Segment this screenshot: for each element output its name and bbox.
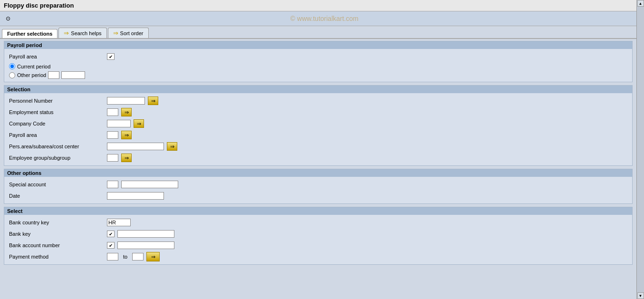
- tab-search-helps[interactable]: ⇒ Search helps: [58, 28, 106, 38]
- employment-status-row: Employment status ⇒: [9, 107, 627, 117]
- bank-key-checkbox[interactable]: ✔: [107, 231, 115, 237]
- employee-group-arrow-btn[interactable]: ⇒: [121, 154, 132, 162]
- toolbar-row: ⊙ © www.tutorialkart.com: [0, 11, 636, 26]
- section-select-header: Select: [4, 207, 632, 215]
- company-code-input[interactable]: [107, 120, 131, 127]
- toolbar-icon[interactable]: ⊙: [3, 13, 13, 24]
- employee-group-label: Employee group/subgroup: [9, 155, 104, 161]
- bank-country-key-label: Bank country key: [9, 220, 104, 225]
- payroll-area-sel-input[interactable]: [107, 131, 118, 139]
- bank-account-number-checkbox[interactable]: ✔: [107, 242, 115, 249]
- section-payroll-period-body: Payroll area ✔ Current period Other peri…: [4, 49, 632, 82]
- section-select-body: Bank country key Bank key ✔ Bank account…: [4, 215, 632, 264]
- main-content: Payroll period Payroll area ✔ Current pe…: [0, 39, 636, 299]
- tab-bar: Further selections ⇒ Search helps ⇒ Sort…: [0, 26, 636, 39]
- payroll-area-sel-row: Payroll area ⇒: [9, 130, 627, 140]
- current-period-radio[interactable]: [9, 63, 15, 69]
- section-payroll-period: Payroll period Payroll area ✔ Current pe…: [4, 41, 633, 82]
- personnel-number-input[interactable]: [107, 97, 145, 105]
- section-other-options-body: Special account Date: [4, 177, 632, 203]
- payroll-area-row: Payroll area ✔: [9, 52, 627, 61]
- tab-further-selections[interactable]: Further selections: [2, 29, 58, 38]
- date-input[interactable]: [107, 192, 164, 200]
- tab-search-helps-arrow: ⇒: [64, 29, 69, 37]
- current-period-row: Current period: [9, 63, 627, 69]
- date-label: Date: [9, 193, 104, 199]
- section-payroll-period-header: Payroll period: [4, 41, 632, 49]
- company-code-row: Company Code ⇒: [9, 119, 627, 128]
- personnel-number-arrow-btn[interactable]: ⇒: [148, 96, 158, 105]
- other-period-input1[interactable]: [48, 71, 59, 79]
- current-period-label: Current period: [17, 64, 50, 69]
- tab-sort-order-label: Sort order: [120, 30, 144, 36]
- bank-key-input[interactable]: [117, 230, 174, 238]
- payment-method-arrow-btn[interactable]: ⇒: [146, 252, 160, 261]
- other-period-row: Other period: [9, 71, 627, 79]
- bank-country-key-row: Bank country key: [9, 218, 627, 227]
- personnel-number-row: Personnel Number ⇒: [9, 96, 627, 106]
- other-period-radio[interactable]: [9, 72, 15, 78]
- bank-account-number-row: Bank account number ✔: [9, 241, 627, 250]
- bank-account-number-input[interactable]: [117, 241, 174, 249]
- payment-method-row: Payment method to ⇒: [9, 252, 627, 261]
- special-account-input1[interactable]: [107, 181, 118, 188]
- payroll-area-label: Payroll area: [9, 54, 104, 59]
- title-bar: Floppy disc preparation: [0, 0, 636, 11]
- date-row: Date: [9, 191, 627, 201]
- section-other-options-header: Other options: [4, 169, 632, 177]
- pers-area-input[interactable]: [107, 143, 164, 150]
- company-code-arrow-btn[interactable]: ⇒: [134, 119, 144, 128]
- tab-sort-order[interactable]: ⇒ Sort order: [108, 28, 149, 38]
- scroll-track: [637, 7, 644, 292]
- special-account-input2[interactable]: [121, 181, 178, 188]
- employee-group-row: Employee group/subgroup ⇒: [9, 153, 627, 163]
- bank-country-key-input[interactable]: [107, 219, 131, 226]
- section-other-options: Other options Special account Date: [4, 169, 633, 204]
- special-account-label: Special account: [9, 182, 104, 187]
- pers-area-arrow-btn[interactable]: ⇒: [167, 142, 177, 151]
- payroll-area-sel-label: Payroll area: [9, 132, 104, 138]
- bank-key-label: Bank key: [9, 231, 104, 237]
- employment-status-input[interactable]: [107, 108, 118, 116]
- payment-method-input2[interactable]: [132, 253, 144, 260]
- special-account-row: Special account: [9, 180, 627, 189]
- payroll-area-checkbox[interactable]: ✔: [107, 53, 115, 60]
- scrollbar-right[interactable]: ▲ ▼: [636, 0, 644, 299]
- tab-further-selections-label: Further selections: [7, 31, 52, 37]
- section-selection-header: Selection: [4, 86, 632, 93]
- payment-method-label: Payment method: [9, 254, 104, 260]
- page-title: Floppy disc preparation: [4, 2, 74, 9]
- personnel-number-label: Personnel Number: [9, 98, 104, 104]
- section-selection: Selection Personnel Number ⇒ Employment …: [4, 85, 633, 166]
- other-period-input2[interactable]: [61, 71, 85, 79]
- pers-area-label: Pers.area/subarea/cost center: [9, 144, 104, 149]
- watermark: © www.tutorialkart.com: [15, 15, 634, 22]
- scroll-up-arrow[interactable]: ▲: [637, 0, 644, 7]
- tab-search-helps-label: Search helps: [71, 30, 101, 36]
- section-select: Select Bank country key Bank key ✔ Bank …: [4, 207, 633, 265]
- bank-account-number-label: Bank account number: [9, 242, 104, 248]
- payment-method-input1[interactable]: [107, 253, 118, 260]
- bank-key-row: Bank key ✔: [9, 229, 627, 239]
- tab-sort-order-arrow: ⇒: [113, 29, 118, 37]
- other-period-label: Other period: [17, 72, 46, 78]
- payroll-area-sel-arrow-btn[interactable]: ⇒: [121, 131, 132, 139]
- to-label: to: [121, 254, 129, 260]
- company-code-label: Company Code: [9, 121, 104, 126]
- employment-status-arrow-btn[interactable]: ⇒: [121, 108, 132, 116]
- employee-group-input[interactable]: [107, 154, 118, 162]
- scroll-down-arrow[interactable]: ▼: [637, 292, 644, 299]
- employment-status-label: Employment status: [9, 109, 104, 115]
- pers-area-row: Pers.area/subarea/cost center ⇒: [9, 142, 627, 151]
- section-selection-body: Personnel Number ⇒ Employment status ⇒ C…: [4, 93, 632, 165]
